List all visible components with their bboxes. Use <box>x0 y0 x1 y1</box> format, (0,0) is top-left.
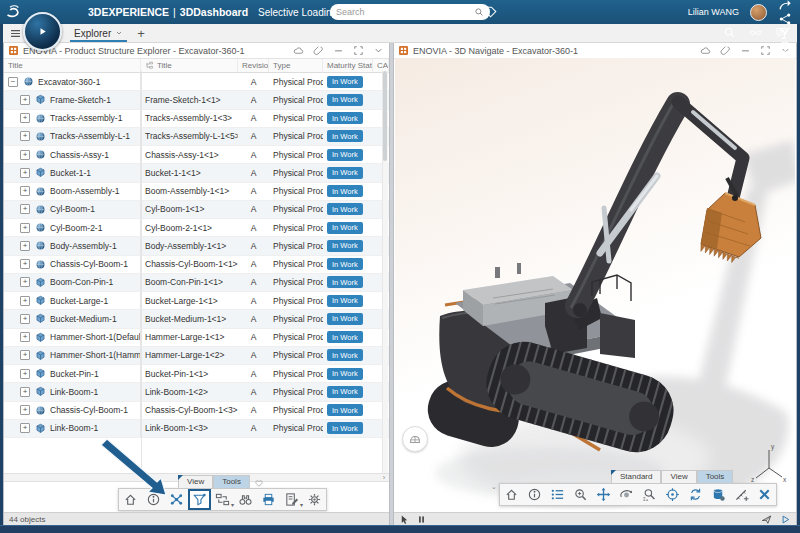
table-row[interactable]: + Tracks-Assembly-L-1 Tracks-Assembly-L-… <box>4 128 389 146</box>
filter-icon[interactable] <box>188 489 211 510</box>
table-row[interactable]: + Chassis-Cyl-Boom-1 Chassis-Cyl-Boom-1<… <box>4 402 389 420</box>
vertical-scrollbar[interactable] <box>382 71 388 475</box>
row-expander[interactable]: + <box>20 131 30 141</box>
table-row[interactable]: + Cyl-Boom-1 Cyl-Boom-1<1> A Physical Pr… <box>4 201 389 219</box>
assistant-button[interactable] <box>402 426 428 452</box>
export-icon[interactable]: ▾ <box>280 489 303 510</box>
table-row[interactable]: + Hammer-Short-1(Default<As Machined>) H… <box>4 329 389 347</box>
user-name[interactable]: Lilian WANG <box>688 7 739 17</box>
row-expander[interactable]: + <box>20 113 30 123</box>
row-expander[interactable]: + <box>20 369 30 379</box>
row-expander[interactable]: + <box>20 423 30 433</box>
maximize-icon[interactable] <box>353 45 364 56</box>
col-title-instance[interactable]: Title <box>141 59 238 72</box>
table-row[interactable]: + Bucket-Large-1 Bucket-Large-1<1> A Phy… <box>4 292 389 310</box>
toolbar-collapse-icon[interactable]: ⌄ <box>491 483 497 491</box>
row-expander[interactable]: + <box>20 95 30 105</box>
list-icon[interactable] <box>546 484 569 505</box>
user-avatar[interactable] <box>750 4 767 21</box>
info-icon[interactable] <box>142 489 165 510</box>
favorite-icon[interactable] <box>254 478 264 488</box>
table-row[interactable]: + Cyl-Boom-2-1 Cyl-Boom-2-1<1> A Physica… <box>4 219 389 237</box>
tag-icon[interactable] <box>484 5 498 19</box>
cloud-icon[interactable] <box>700 45 711 56</box>
col-title[interactable]: Title <box>4 59 141 72</box>
table-row[interactable]: + Frame-Sketch-1 Frame-Sketch-1<1> A Phy… <box>4 91 389 109</box>
col-type[interactable]: Type <box>269 59 323 72</box>
table-row[interactable]: + Hammer-Short-1(Hammer-Long<As Mac... H… <box>4 347 389 365</box>
update-icon[interactable] <box>684 484 707 505</box>
zoom-icon[interactable] <box>569 484 592 505</box>
home-icon[interactable] <box>119 489 142 510</box>
row-expander[interactable]: + <box>20 277 30 287</box>
toolbar-tab-tools[interactable]: Tools <box>697 470 734 483</box>
row-expander[interactable]: + <box>20 241 30 251</box>
attach-icon[interactable] <box>313 45 324 56</box>
table-row[interactable]: − Excavator-360-1 A Physical Product In … <box>4 73 389 91</box>
reader-icon[interactable] <box>749 26 763 40</box>
cloud-icon[interactable] <box>293 45 304 56</box>
row-expander[interactable]: + <box>20 332 30 342</box>
row-expander[interactable]: + <box>20 350 30 360</box>
row-expander[interactable]: + <box>20 259 30 269</box>
share-icon[interactable] <box>778 12 792 26</box>
toolbar-tab-standard[interactable]: Standard <box>611 470 661 483</box>
col-maturity[interactable]: Maturity State <box>323 59 373 72</box>
rotate-icon[interactable] <box>615 484 638 505</box>
table-row[interactable]: + Bucket-Medium-1 Bucket-Medium-1<1> A P… <box>4 310 389 328</box>
tab-explorer[interactable]: Explorer <box>70 24 127 42</box>
find-icon[interactable] <box>234 489 257 510</box>
new-tab-button[interactable]: + <box>137 27 145 40</box>
settings-icon[interactable] <box>303 489 326 510</box>
close-icon[interactable] <box>753 484 776 505</box>
row-expander[interactable]: − <box>8 77 18 87</box>
table-row[interactable]: + Boom-Assembly-1 Boom-Assembly-1<1> A P… <box>4 183 389 201</box>
table-row[interactable]: + Bucket-1-1 Bucket-1-1<1> A Physical Pr… <box>4 164 389 182</box>
collapse-icon[interactable] <box>373 45 384 56</box>
table-row[interactable]: + Chassis-Assy-1 Chassis-Assy-1<1> A Phy… <box>4 146 389 164</box>
print-icon[interactable] <box>257 489 280 510</box>
search-input[interactable]: Search <box>330 4 490 20</box>
table-row[interactable]: + Chassis-Cyl-Boom-1 Chassis-Cyl-Boom-1<… <box>4 256 389 274</box>
zoom-area-icon[interactable] <box>638 484 661 505</box>
forward-icon[interactable] <box>778 0 792 12</box>
row-expander[interactable]: + <box>20 296 30 306</box>
col-revision[interactable]: Revision <box>238 59 269 72</box>
home-icon[interactable] <box>500 484 523 505</box>
table-row[interactable]: + Tracks-Assembly-1 Tracks-Assembly-1<3>… <box>4 110 389 128</box>
row-expander[interactable]: + <box>20 223 30 233</box>
info-icon[interactable] <box>523 484 546 505</box>
row-expander[interactable]: + <box>20 387 30 397</box>
table-row[interactable]: + Boom-Con-Pin-1 Boom-Con-Pin-1<1> A Phy… <box>4 274 389 292</box>
row-expander[interactable]: + <box>20 314 30 324</box>
row-expander[interactable]: + <box>20 405 30 415</box>
pause-icon[interactable] <box>416 514 427 525</box>
row-expander[interactable]: + <box>20 204 30 214</box>
compass-icon[interactable] <box>23 12 62 51</box>
compare-icon[interactable]: ▾ <box>211 489 234 510</box>
row-expander[interactable]: + <box>20 186 30 196</box>
structure-icon[interactable] <box>165 489 188 510</box>
pan-icon[interactable] <box>592 484 615 505</box>
database-icon[interactable] <box>707 484 730 505</box>
3d-viewport[interactable]: y z x StandardViewTools ⌄ <box>395 58 795 512</box>
table-row[interactable]: + Link-Boom-1 Link-Boom-1<3> A Physical … <box>4 420 389 438</box>
maximize-icon[interactable] <box>760 45 771 56</box>
table-row[interactable]: + Link-Boom-1 Link-Boom-1<2> A Physical … <box>4 383 389 401</box>
attach-icon[interactable] <box>720 45 731 56</box>
swym-icon[interactable] <box>778 26 792 40</box>
measure-icon[interactable] <box>730 484 753 505</box>
minimize-icon[interactable] <box>740 45 751 56</box>
pin-icon[interactable] <box>761 514 772 525</box>
table-row[interactable]: + Bucket-Pin-1 Bucket-Pin-1<1> A Physica… <box>4 365 389 383</box>
table-row[interactable]: + Body-Assembly-1 Body-Assembly-1<1> A P… <box>4 237 389 255</box>
center-icon[interactable] <box>661 484 684 505</box>
select-cursor-icon[interactable] <box>399 514 410 525</box>
toolbar-tab-view[interactable]: View <box>661 470 696 483</box>
play-icon[interactable] <box>780 514 791 525</box>
toolbar-tab-view[interactable]: View <box>178 475 213 488</box>
help-icon[interactable] <box>778 40 792 54</box>
search-icon[interactable] <box>723 26 737 40</box>
minimize-icon[interactable] <box>333 45 344 56</box>
toolbar-tab-tools[interactable]: Tools <box>213 475 250 488</box>
